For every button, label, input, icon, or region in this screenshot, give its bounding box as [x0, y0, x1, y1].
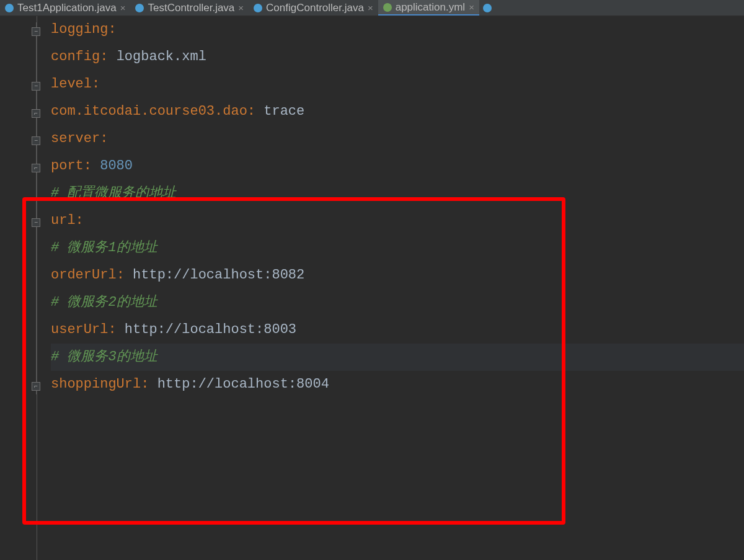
yml-icon — [383, 3, 392, 12]
tab-bar: Test1Application.java × TestController.j… — [0, 0, 744, 16]
tab-test1application[interactable]: Test1Application.java × — [0, 0, 130, 16]
yaml-comment: # 微服务3的地址 — [51, 344, 157, 371]
yaml-value: http://localhost:8003 — [125, 316, 296, 344]
tab-label: Test1Application.java — [17, 2, 117, 14]
yaml-key: com.itcodai.course03.dao — [51, 98, 247, 125]
tab-label: application.yml — [396, 1, 465, 14]
yaml-comment: # 配置微服务的地址 — [51, 180, 176, 207]
yaml-key: shoppingUrl — [51, 371, 141, 398]
code-line: # 微服务2的地址 — [51, 289, 744, 316]
yaml-value: http://localhost:8004 — [157, 371, 329, 398]
code-line: server: — [51, 125, 744, 153]
yaml-key: port — [51, 153, 84, 180]
yaml-comment: # 微服务1的地址 — [51, 234, 157, 262]
yaml-key: server — [51, 125, 100, 153]
close-icon[interactable]: × — [368, 2, 373, 13]
tab-label: TestController.java — [148, 2, 234, 14]
code-line: shoppingUrl: http://localhost:8004 — [51, 371, 744, 398]
yaml-key: logging — [51, 16, 108, 43]
code-line: level: — [51, 71, 744, 98]
code-line: userUrl: http://localhost:8003 — [51, 316, 744, 344]
yaml-key: userUrl — [51, 316, 108, 344]
java-icon — [483, 4, 492, 12]
code-line: logging: — [51, 16, 744, 43]
yaml-value: 8080 — [100, 153, 133, 180]
code-line: url: — [51, 207, 744, 234]
tab-overflow[interactable] — [479, 0, 497, 16]
yaml-value: trace — [264, 98, 304, 125]
java-icon — [5, 4, 14, 12]
code-line: # 配置微服务的地址 — [51, 180, 744, 207]
code-area[interactable]: logging: config: logback.xml level: com.… — [37, 16, 744, 560]
code-line: config: logback.xml — [51, 43, 744, 71]
tab-testcontroller[interactable]: TestController.java × — [130, 0, 249, 16]
java-icon — [254, 4, 262, 12]
code-line: port: 8080 — [51, 153, 744, 180]
code-line-current: # 微服务3的地址 — [51, 344, 744, 371]
yaml-key: url — [51, 207, 76, 234]
yaml-value: logback.xml — [117, 43, 206, 71]
yaml-key: orderUrl — [51, 262, 117, 289]
code-line: # 微服务1的地址 — [51, 234, 744, 262]
code-line: com.itcodai.course03.dao: trace — [51, 98, 744, 125]
yaml-key: config — [51, 43, 100, 71]
tab-label: ConfigController.java — [266, 2, 364, 14]
editor-pane[interactable]: − − ⌐ − ⌐ − ⌐ logging: config: logback.x… — [0, 16, 744, 560]
close-icon[interactable]: × — [469, 2, 474, 12]
close-icon[interactable]: × — [120, 2, 126, 13]
tab-configcontroller[interactable]: ConfigController.java × — [249, 0, 378, 16]
fold-line — [36, 22, 37, 394]
close-icon[interactable]: × — [238, 2, 244, 13]
yaml-key: level — [51, 71, 92, 98]
java-icon — [135, 4, 144, 12]
yaml-comment: # 微服务2的地址 — [51, 289, 157, 316]
code-line: orderUrl: http://localhost:8082 — [51, 262, 744, 289]
yaml-value: http://localhost:8082 — [133, 262, 304, 289]
gutter: − − ⌐ − ⌐ − ⌐ — [0, 16, 37, 560]
tab-application-yml[interactable]: application.yml × — [378, 0, 479, 16]
